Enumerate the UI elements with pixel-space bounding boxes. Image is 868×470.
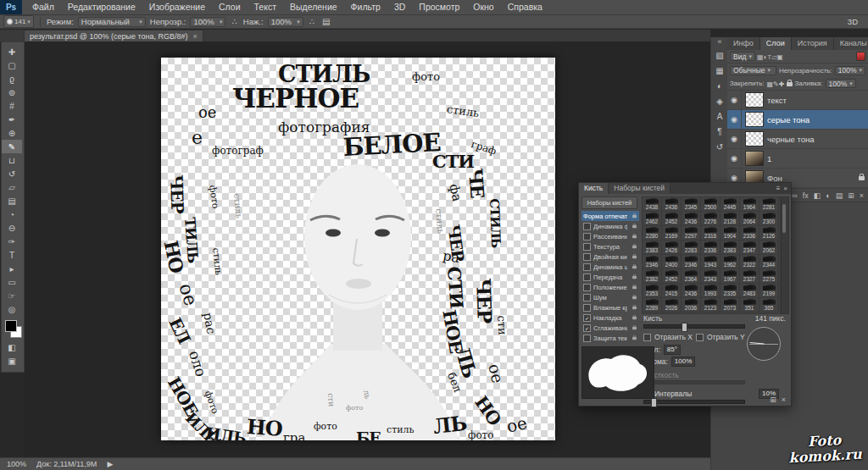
foreground-color-swatch[interactable] bbox=[5, 320, 17, 332]
brush-preset-1904[interactable]: 1904 bbox=[721, 226, 740, 241]
lasso-tool[interactable]: ϱ bbox=[2, 72, 22, 86]
screen-mode-button[interactable]: ▣ bbox=[2, 354, 22, 368]
brush-preset-1967[interactable]: 1967 bbox=[721, 269, 740, 284]
brush-preset-2346[interactable]: 2346 bbox=[643, 255, 662, 269]
brush-presets-button[interactable]: Наборы кистей bbox=[581, 196, 637, 209]
brush-preset-2452[interactable]: 2452 bbox=[662, 212, 682, 226]
menu-item-10[interactable]: Справка bbox=[501, 0, 549, 14]
menu-item-8[interactable]: Просмотр bbox=[412, 0, 466, 14]
new-layer-icon[interactable]: ⊞ bbox=[848, 191, 854, 200]
brush-preset-2064[interactable]: 2064 bbox=[740, 212, 760, 226]
menu-item-5[interactable]: Выделение bbox=[283, 0, 344, 14]
eraser-tool[interactable]: ▱ bbox=[2, 180, 22, 194]
panel-tab-2[interactable]: История bbox=[792, 37, 834, 50]
brush-option-9[interactable]: Влажные края bbox=[581, 302, 639, 312]
layer-group-icon[interactable]: ▤ bbox=[836, 191, 843, 200]
history-brush-tool[interactable]: ↺ bbox=[2, 167, 22, 180]
brush-option-4[interactable]: Двойная кисть bbox=[581, 252, 639, 262]
brush-preset-1943[interactable]: 1943 bbox=[701, 255, 721, 269]
path-selection-tool[interactable]: ▸ bbox=[2, 262, 22, 275]
panel-tab-3[interactable]: Каналы bbox=[834, 37, 868, 50]
option-checkbox[interactable] bbox=[583, 243, 591, 251]
blur-tool[interactable]: ◔ bbox=[2, 207, 22, 221]
color-panel-icon[interactable]: ▧ bbox=[711, 47, 728, 63]
brush-preset-2281[interactable]: 2281 bbox=[760, 197, 779, 212]
add-mask-icon[interactable]: ◧ bbox=[814, 191, 821, 200]
brush-panel-tab-1[interactable]: Наборы кистей bbox=[609, 183, 670, 194]
paragraph-panel-icon[interactable]: ¶ bbox=[711, 124, 728, 139]
close-icon[interactable]: × bbox=[193, 32, 198, 41]
swatches-panel-icon[interactable]: ▦ bbox=[711, 63, 728, 78]
zoom-level[interactable]: 100% bbox=[7, 460, 26, 468]
brush-preset-2073[interactable]: 2073 bbox=[721, 298, 740, 312]
menu-item-2[interactable]: Изображение bbox=[142, 0, 212, 14]
panel-tab-1[interactable]: Слои bbox=[760, 37, 792, 50]
visibility-toggle-icon[interactable]: ◉ bbox=[727, 130, 742, 148]
brush-option-10[interactable]: Накладка bbox=[581, 312, 639, 323]
flip-y-checkbox[interactable] bbox=[696, 334, 704, 341]
brush-preset-2283[interactable]: 2283 bbox=[682, 241, 701, 255]
new-brush-icon[interactable]: ⊞ bbox=[770, 395, 776, 404]
menu-item-6[interactable]: Фильтр bbox=[344, 0, 387, 14]
brush-option-3[interactable]: Текстура bbox=[581, 241, 639, 252]
brush-preset-2347[interactable]: 2347 bbox=[740, 241, 760, 255]
menu-item-7[interactable]: 3D bbox=[387, 0, 412, 14]
option-checkbox[interactable] bbox=[583, 284, 591, 291]
brush-preset-2276[interactable]: 2276 bbox=[701, 212, 721, 226]
brush-option-7[interactable]: Положение кисти bbox=[581, 282, 639, 292]
move-tool[interactable]: ✚ bbox=[2, 45, 22, 58]
brush-option-6[interactable]: Передача bbox=[581, 272, 639, 282]
brush-preset-2383[interactable]: 2383 bbox=[721, 241, 740, 255]
brush-preset-1964[interactable]: 1964 bbox=[740, 197, 760, 212]
opacity-select[interactable]: 100% bbox=[190, 17, 225, 27]
delete-layer-icon[interactable]: × bbox=[860, 191, 864, 200]
flip-x-checkbox[interactable] bbox=[643, 334, 651, 341]
option-checkbox[interactable] bbox=[583, 314, 591, 322]
option-checkbox[interactable] bbox=[583, 223, 591, 230]
dodge-tool[interactable]: ⊖ bbox=[2, 221, 22, 235]
clone-stamp-tool[interactable]: ⊔ bbox=[2, 153, 22, 167]
quick-selection-tool[interactable]: ⊚ bbox=[2, 86, 22, 99]
brush-preset-picker[interactable]: 141 bbox=[3, 15, 34, 28]
brush-preset-2438[interactable]: 2438 bbox=[643, 197, 662, 212]
brush-preset-2383[interactable]: 2383 bbox=[643, 241, 662, 255]
character-panel-icon[interactable]: A bbox=[711, 108, 728, 124]
option-checkbox[interactable] bbox=[583, 274, 591, 281]
panel-close-icon[interactable]: × bbox=[783, 185, 787, 192]
brush-preset-2400[interactable]: 2400 bbox=[662, 255, 682, 269]
brush-panel-toggle-icon[interactable]: ▤ bbox=[320, 17, 331, 26]
scrollbar-thumb[interactable] bbox=[782, 204, 786, 233]
collapse-panels-icon[interactable]: « bbox=[711, 37, 728, 47]
filter-kind-select[interactable]: Вид bbox=[730, 52, 755, 61]
brush-preset-2364[interactable]: 2364 bbox=[682, 269, 701, 284]
layer-fill-field[interactable]: 100% bbox=[826, 79, 856, 88]
flow-select[interactable]: 100% bbox=[268, 17, 303, 27]
option-checkbox[interactable] bbox=[583, 233, 591, 241]
brush-preset-2436[interactable]: 2436 bbox=[682, 284, 701, 298]
hand-tool[interactable]: ☞ bbox=[2, 289, 22, 302]
brush-preset-2382[interactable]: 2382 bbox=[643, 269, 662, 284]
brush-preset-2336[interactable]: 2336 bbox=[701, 241, 721, 255]
lock-position-icon[interactable]: ✚ bbox=[779, 80, 785, 88]
panel-menu-icon[interactable]: ≡ bbox=[776, 185, 781, 192]
option-checkbox[interactable] bbox=[583, 335, 591, 342]
delete-brush-icon[interactable]: × bbox=[782, 395, 786, 404]
brush-preset-2335[interactable]: 2335 bbox=[721, 284, 740, 298]
blend-mode-select[interactable]: Обычные bbox=[730, 66, 776, 75]
brush-preset-2327[interactable]: 2327 bbox=[740, 269, 760, 284]
brush-size-slider[interactable] bbox=[643, 324, 745, 329]
document-tab[interactable]: результат.psd @ 100% (серые тона, RGB/8#… bbox=[24, 30, 203, 41]
brush-preset-2445[interactable]: 2445 bbox=[721, 197, 740, 212]
filter-smart-objects-icon[interactable]: ▣ bbox=[776, 53, 783, 61]
angle-field[interactable]: 85° bbox=[664, 345, 681, 355]
brush-preset-2336[interactable]: 2336 bbox=[740, 226, 760, 241]
visibility-toggle-icon[interactable]: ◉ bbox=[727, 149, 742, 168]
layer-row-0[interactable]: ◉текст bbox=[727, 91, 868, 110]
brush-preset-2289[interactable]: 2289 bbox=[643, 298, 662, 312]
brush-preset-2297[interactable]: 2297 bbox=[682, 226, 701, 241]
roundness-field[interactable]: 100% bbox=[671, 357, 695, 367]
option-checkbox[interactable] bbox=[583, 263, 591, 271]
brush-option-11[interactable]: Сглаживание bbox=[581, 323, 639, 333]
option-checkbox[interactable] bbox=[583, 294, 591, 301]
brush-preset-2500[interactable]: 2500 bbox=[701, 197, 721, 212]
